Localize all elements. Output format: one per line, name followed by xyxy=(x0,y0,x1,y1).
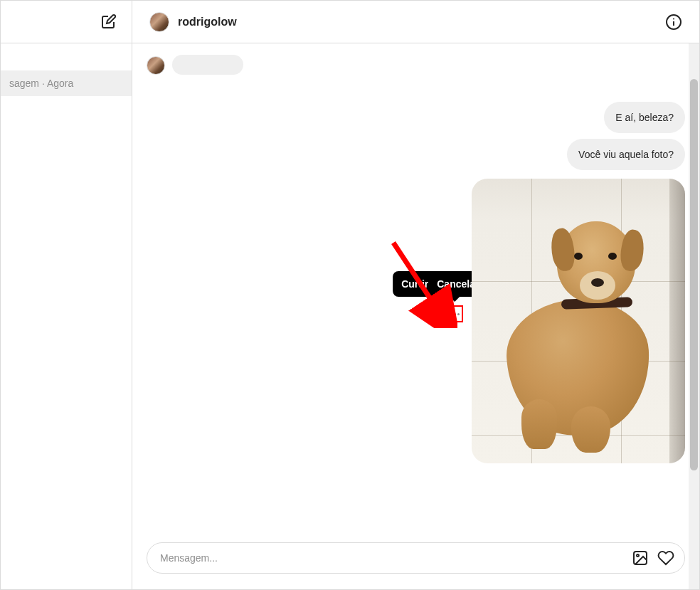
sidebar-item[interactable] xyxy=(1,43,132,70)
dog-photo xyxy=(472,179,685,463)
compose-icon[interactable] xyxy=(100,14,117,31)
svg-point-2 xyxy=(673,18,674,19)
message-bubble[interactable]: E aí, beleza? xyxy=(604,102,685,133)
message-text: E aí, beleza? xyxy=(615,112,674,123)
incoming-bubble[interactable] xyxy=(172,55,243,75)
message-bubble[interactable]: Você viu aquela foto? xyxy=(567,139,685,170)
sidebar-item-preview: sagem · Agora xyxy=(9,78,73,89)
chat-panel: rodrigolow E aí, beleza? Você viu aque xyxy=(132,1,699,589)
outgoing-image-row: Curtir Cancelar envio xyxy=(147,176,685,463)
composer xyxy=(132,530,699,589)
chat-user[interactable]: rodrigolow xyxy=(149,12,237,32)
message-input[interactable] xyxy=(160,552,623,564)
messages-area: E aí, beleza? Você viu aquela foto? Curt… xyxy=(132,43,699,530)
incoming-message-row xyxy=(147,55,685,75)
composer-pill xyxy=(147,542,685,574)
app-container: sagem · Agora rodrigolow E aí xyxy=(0,0,700,590)
avatar xyxy=(147,56,165,75)
scrollbar-thumb[interactable] xyxy=(690,79,698,470)
sidebar-list: sagem · Agora xyxy=(1,43,132,589)
message-actions-wrap: Curtir Cancelar envio xyxy=(446,305,463,322)
sidebar-header xyxy=(1,1,132,43)
image-message[interactable] xyxy=(472,179,685,463)
svg-point-5 xyxy=(637,554,639,557)
scrollbar-track[interactable] xyxy=(689,43,699,589)
chat-header: rodrigolow xyxy=(132,1,699,43)
info-icon[interactable] xyxy=(665,14,682,31)
sidebar-item-active[interactable]: sagem · Agora xyxy=(1,70,132,97)
more-options-button[interactable] xyxy=(446,305,463,322)
image-icon[interactable] xyxy=(632,549,649,567)
heart-icon[interactable] xyxy=(657,549,674,567)
more-icon xyxy=(450,313,460,315)
chat-username: rodrigolow xyxy=(178,16,237,28)
message-text: Você viu aquela foto? xyxy=(578,149,674,160)
outgoing-message-row: Você viu aquela foto? xyxy=(147,139,685,170)
avatar xyxy=(149,12,169,32)
sidebar: sagem · Agora xyxy=(1,1,132,589)
like-action[interactable]: Curtir xyxy=(401,278,428,290)
outgoing-message-row: E aí, beleza? xyxy=(147,102,685,133)
